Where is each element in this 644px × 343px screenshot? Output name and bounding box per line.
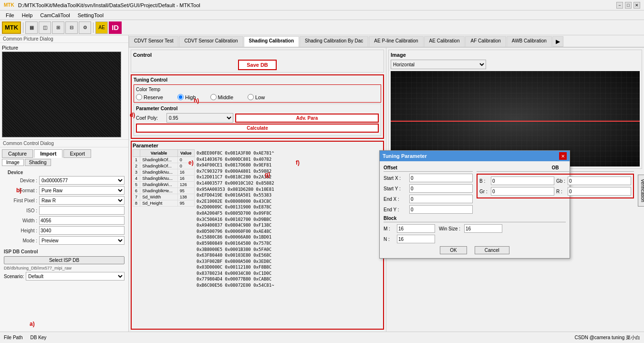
save-db-button[interactable]: Save DB — [238, 60, 277, 70]
dialog-cancel-button[interactable]: Cancel — [475, 246, 509, 254]
menu-camcalitool[interactable]: CamCaliTool — [36, 10, 73, 20]
b-input[interactable] — [491, 177, 554, 185]
coef-poly-select[interactable]: 0.95 — [166, 113, 233, 123]
toolbar-btn-1[interactable]: ▦ — [25, 21, 38, 34]
color-temp-radio-group: Reserve High Middle Low — [136, 94, 379, 100]
tab-capture[interactable]: Capture — [2, 149, 33, 158]
m-label: M : — [384, 226, 393, 231]
tab-import[interactable]: Import — [34, 149, 62, 158]
coef-poly-label: Coef Poly: — [136, 115, 165, 121]
radio-high-input[interactable] — [177, 94, 184, 100]
parameter-table-section: Parameter Variable Value — [131, 141, 384, 330]
adv-para-button[interactable]: Adv. Para — [235, 114, 379, 123]
n-input[interactable] — [397, 235, 435, 243]
table-row: 7Sd_Width138 — [133, 194, 195, 200]
scenario-label: Scenario: — [4, 274, 24, 279]
device-label: Device : — [4, 178, 37, 183]
toolbar-btn-4[interactable]: ⊟ — [65, 21, 78, 34]
gr-label: Gr : — [479, 189, 489, 194]
iso-input[interactable] — [39, 206, 125, 215]
toolbar-separator-2 — [93, 22, 93, 33]
minimize-button[interactable]: − — [616, 2, 623, 9]
dialog-content: Offset Start X : Start Y : End X : E — [380, 161, 570, 258]
radio-high[interactable]: High — [177, 94, 196, 100]
scenario-select[interactable]: Default — [26, 272, 125, 281]
tab-ae-calibration[interactable]: AE Calibration — [424, 36, 465, 47]
first-pixel-label: First Pixel : — [4, 198, 37, 203]
calculate-button[interactable]: Calculate — [136, 124, 379, 133]
hex-data-area: 0xBEE00F8C 0x081A3F80 0xAE781^ 0x4140367… — [196, 149, 382, 328]
m-input[interactable] — [397, 224, 435, 233]
height-input[interactable] — [39, 226, 125, 235]
dialog-title-text: Tuning Parameter — [383, 153, 427, 159]
tab-cdvt-sensor-test[interactable]: CDVT Sensor Test — [129, 36, 178, 47]
parameter-section-title: Parameter — [133, 143, 382, 148]
menu-settingtool[interactable]: SettingTool — [74, 10, 107, 20]
tuning-parameter-dialog[interactable]: Tuning Parameter ✕ Offset Start X : Star… — [379, 150, 570, 259]
tab-shading-calibration-by-dac[interactable]: Shading Calibration By Dac — [300, 36, 368, 47]
common-picture-title: Common Picture Dialog — [0, 35, 128, 43]
tab-ae-pline-calibration[interactable]: AE P-line Calibration — [369, 36, 423, 47]
tab-export[interactable]: Export — [63, 149, 91, 158]
annotation-b: b) — [16, 187, 21, 194]
toolbar-btn-2[interactable]: ◫ — [39, 21, 51, 34]
radio-middle[interactable]: Middle — [210, 94, 233, 100]
annotation-h: h) — [194, 97, 199, 104]
control-title: Control — [133, 52, 382, 58]
r-label: R : — [556, 189, 566, 194]
width-input[interactable] — [39, 216, 125, 225]
dialog-ok-button[interactable]: OK — [440, 246, 467, 254]
capture-import-export-tabs: Capture Import Export — [0, 147, 128, 158]
win-size-input[interactable] — [464, 224, 502, 233]
radio-middle-input[interactable] — [210, 94, 217, 100]
end-y-input[interactable] — [409, 205, 473, 214]
radio-low[interactable]: Low — [248, 94, 265, 100]
main-tabs: CDVT Sensor Test CDVT Sensor Calibration… — [129, 35, 644, 48]
image-section-title: Image — [391, 52, 640, 58]
format-select[interactable]: Pure Raw — [39, 186, 125, 195]
ob-section: B : Gb : Gr : — [477, 174, 634, 198]
toolbar-id-badge: ID — [109, 21, 122, 34]
table-row: 4ShadingblkNu...16 — [133, 176, 195, 182]
start-y-label: Start Y : — [384, 186, 407, 191]
radio-reserve-input[interactable] — [136, 94, 142, 100]
mode-select[interactable]: Preview — [39, 236, 125, 245]
n-label: N : — [384, 237, 393, 242]
menu-file[interactable]: File — [2, 10, 18, 20]
end-x-input[interactable] — [409, 195, 473, 203]
offset-section-title: Offset — [384, 165, 473, 172]
table-row: 1ShadingblkOf...0 — [133, 157, 195, 163]
r-input[interactable] — [568, 187, 631, 196]
control-section: Control Save DB — [131, 50, 384, 73]
start-y-input[interactable] — [409, 184, 473, 193]
device-select[interactable]: 0x00000577 — [39, 176, 125, 185]
toolbar-btn-3[interactable]: ⊞ — [52, 21, 64, 34]
close-button[interactable]: ✕ — [634, 2, 640, 9]
dialog-close-button[interactable]: ✕ — [559, 152, 567, 160]
gb-input[interactable] — [568, 177, 631, 185]
image-orientation-select[interactable]: Horizontal Vertical — [391, 60, 486, 69]
gr-input[interactable] — [491, 187, 554, 196]
first-pixel-select[interactable]: Raw R — [39, 196, 125, 205]
radio-reserve[interactable]: Reserve — [136, 94, 163, 100]
toolbar-separator-1 — [23, 22, 23, 33]
start-x-input[interactable] — [409, 174, 473, 182]
radio-low-input[interactable] — [248, 94, 254, 100]
b-label: B : — [479, 178, 489, 184]
select-isp-db-button[interactable]: Select ISP DB — [4, 256, 125, 264]
tab-af-calibration[interactable]: AF Calibration — [465, 36, 506, 47]
tab-scroll-arrow[interactable]: ▶ — [552, 36, 563, 47]
toolbar-btn-5[interactable]: ⚙ — [79, 21, 91, 34]
toolbar-ae-btn[interactable]: AE — [95, 21, 108, 34]
ob-section-title: OB — [477, 165, 634, 172]
subtab-shading[interactable]: Shading — [25, 159, 51, 166]
tab-shading-calibration[interactable]: Shading Calibration — [244, 36, 299, 48]
table-row: 2ShadingblkOf...0 — [133, 163, 195, 169]
tab-awb-calibration[interactable]: AWB Calibration — [507, 36, 552, 47]
verification-button[interactable]: Verification — [638, 175, 644, 207]
menu-help[interactable]: Help — [18, 10, 37, 20]
maximize-button[interactable]: □ — [625, 2, 632, 9]
tab-cdvt-sensor-calibration[interactable]: CDVT Sensor Calibration — [179, 36, 243, 47]
subtab-image[interactable]: Image — [2, 159, 24, 166]
menu-bar: File Help CamCaliTool SettingTool — [0, 10, 644, 20]
